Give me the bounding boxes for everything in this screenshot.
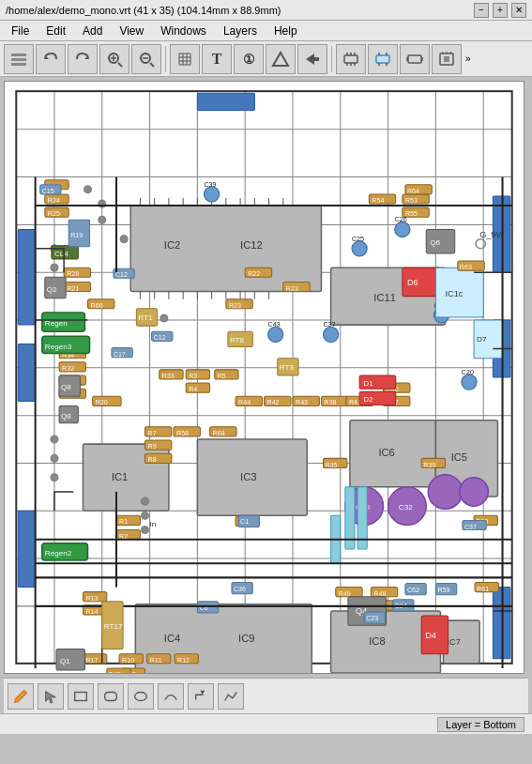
component2-button[interactable]: [368, 44, 398, 74]
number-button[interactable]: ①: [234, 44, 264, 74]
menu-add[interactable]: Add: [75, 23, 110, 39]
layers-button[interactable]: [4, 44, 34, 74]
svg-text:R61: R61: [477, 586, 489, 593]
svg-point-237: [460, 478, 488, 506]
svg-text:R20: R20: [96, 399, 108, 406]
svg-text:R68: R68: [213, 430, 225, 437]
undo-button[interactable]: [36, 44, 66, 74]
statusbar: Layer = Bottom: [0, 713, 532, 734]
menu-windows[interactable]: Windows: [153, 23, 214, 39]
svg-text:RT1: RT1: [138, 313, 153, 322]
menu-file[interactable]: File: [4, 23, 37, 39]
svg-point-230: [268, 327, 283, 342]
svg-text:IC2: IC2: [164, 239, 180, 251]
svg-text:IC8: IC8: [369, 635, 385, 647]
svg-text:R11: R11: [150, 657, 162, 665]
select-button[interactable]: [38, 683, 64, 710]
svg-text:C32: C32: [399, 503, 413, 512]
svg-text:Q8: Q8: [61, 412, 71, 420]
ellipse-button[interactable]: [128, 683, 154, 710]
svg-rect-342: [75, 692, 87, 700]
grid-button[interactable]: [170, 44, 200, 74]
svg-rect-66: [130, 206, 321, 291]
arc-button[interactable]: [158, 683, 184, 710]
menu-layers[interactable]: Layers: [216, 23, 265, 39]
svg-text:D2: D2: [363, 395, 373, 404]
svg-point-252: [141, 512, 148, 519]
triangle-button[interactable]: [266, 44, 296, 74]
svg-rect-22: [344, 55, 357, 63]
svg-text:IC1c: IC1c: [446, 289, 464, 298]
svg-text:IC3: IC3: [240, 471, 256, 482]
svg-text:RT3: RT3: [280, 363, 295, 372]
pcb-diagram: IC2 IC12 IC11 IC1 IC3 IC6 IC5: [5, 82, 524, 673]
pencil-button[interactable]: [8, 683, 34, 710]
separator1: [165, 46, 166, 72]
svg-text:D4: D4: [425, 631, 436, 640]
maximize-button[interactable]: +: [493, 3, 508, 18]
svg-text:R7: R7: [148, 430, 157, 437]
titlebar: /home/alex/demo_mono.vrt (41 x 35) (104.…: [0, 0, 532, 21]
svg-text:R59: R59: [437, 587, 449, 594]
svg-text:R23: R23: [286, 285, 298, 293]
svg-text:C1: C1: [240, 518, 249, 526]
svg-line-10: [150, 63, 154, 67]
svg-text:R35: R35: [326, 462, 338, 469]
window-controls: − + ✕: [474, 3, 526, 18]
svg-point-249: [51, 474, 58, 481]
svg-text:R19: R19: [70, 232, 83, 239]
svg-text:R4: R4: [189, 386, 197, 393]
component1-button[interactable]: [336, 44, 366, 74]
svg-text:R38: R38: [325, 399, 337, 406]
svg-text:C26: C26: [395, 216, 407, 223]
svg-rect-34: [408, 55, 421, 63]
menu-view[interactable]: View: [112, 23, 151, 39]
svg-text:Q2: Q2: [47, 285, 57, 294]
redo-button[interactable]: [68, 44, 98, 74]
svg-text:R28: R28: [67, 270, 79, 278]
component4-button[interactable]: [432, 44, 462, 74]
svg-text:R44: R44: [238, 399, 251, 406]
svg-point-222: [352, 241, 367, 256]
text-button[interactable]: T: [202, 44, 232, 74]
svg-text:R13: R13: [85, 595, 98, 603]
toolbar: T ① »: [0, 41, 532, 77]
svg-text:R1: R1: [119, 518, 128, 526]
svg-text:R53: R53: [405, 197, 418, 205]
svg-text:R17: R17: [85, 657, 98, 665]
svg-text:Q1: Q1: [60, 657, 70, 665]
svg-text:C37: C37: [324, 321, 336, 329]
svg-text:C39: C39: [204, 181, 216, 189]
component3-button[interactable]: [400, 44, 430, 74]
polyline-button[interactable]: [218, 683, 244, 710]
minimize-button[interactable]: −: [474, 3, 489, 18]
close-button[interactable]: ✕: [511, 3, 526, 18]
svg-text:C15: C15: [42, 188, 54, 195]
svg-text:R55: R55: [405, 210, 418, 218]
svg-text:R14: R14: [85, 608, 98, 616]
menu-edit[interactable]: Edit: [38, 23, 73, 39]
svg-text:R42: R42: [267, 399, 280, 406]
menu-help[interactable]: Help: [266, 23, 305, 39]
svg-rect-29: [376, 55, 389, 63]
svg-text:G_9V: G_9V: [479, 230, 502, 239]
pcb-canvas[interactable]: IC2 IC12 IC11 IC1 IC3 IC6 IC5: [4, 81, 524, 674]
layer-status: Layer = Bottom: [437, 717, 524, 732]
arrow-button[interactable]: [297, 44, 327, 74]
toolbar-overflow[interactable]: »: [464, 52, 473, 66]
svg-rect-0: [11, 53, 26, 56]
svg-text:R8: R8: [148, 456, 157, 464]
svg-rect-343: [105, 692, 117, 700]
svg-rect-108: [18, 344, 35, 401]
svg-point-253: [141, 527, 148, 534]
svg-text:R10: R10: [122, 657, 134, 665]
rounded-rect-button[interactable]: [98, 683, 124, 710]
rectangle-button[interactable]: [68, 683, 94, 710]
svg-text:R43: R43: [296, 399, 308, 406]
svg-text:RT8: RT8: [230, 336, 245, 344]
svg-text:R5: R5: [218, 373, 226, 380]
svg-text:D7: D7: [477, 335, 487, 344]
zoom-out-button[interactable]: [131, 44, 161, 74]
zoom-in-button[interactable]: [99, 44, 129, 74]
route-button[interactable]: [188, 683, 214, 710]
